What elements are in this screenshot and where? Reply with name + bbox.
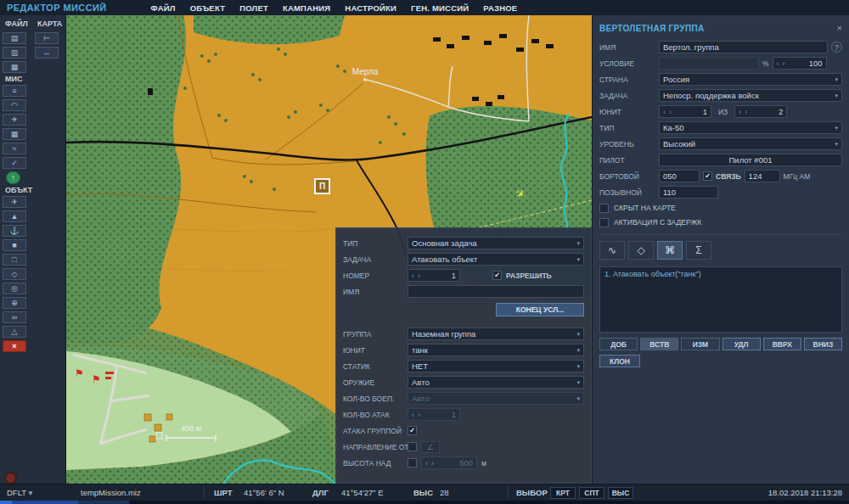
late-activation-checkbox[interactable] bbox=[599, 218, 609, 227]
spin-up-icon[interactable]: › bbox=[669, 108, 672, 116]
helicopter-icon: ▲ bbox=[11, 213, 19, 221]
comms-label: СВЯЗЬ bbox=[716, 172, 741, 181]
distance-tool-button[interactable]: ↔ bbox=[35, 47, 59, 59]
add-task-button[interactable]: ДОБ bbox=[599, 338, 638, 350]
unit-count-value: 2 bbox=[779, 107, 783, 116]
target-group-dropdown[interactable]: Наземная группа▾ bbox=[408, 328, 584, 340]
task-type-dropdown[interactable]: Основная задача▾ bbox=[408, 237, 584, 249]
task-dropdown[interactable]: Атаковать объект▾ bbox=[408, 253, 584, 266]
group-task-dropdown[interactable]: Непоср. поддержка войск▾ bbox=[659, 89, 842, 102]
menu-settings[interactable]: НАСТРОЙКИ bbox=[345, 3, 396, 13]
menu-campaign[interactable]: КАМПАНИЯ bbox=[283, 3, 330, 13]
summary-tab[interactable]: Σ bbox=[686, 241, 711, 260]
weather-button[interactable]: ◠ bbox=[3, 99, 26, 111]
menu-misc[interactable]: РАЗНОЕ bbox=[483, 3, 517, 13]
route-icon: ∿ bbox=[608, 244, 616, 256]
altitude-label: ВЫС bbox=[413, 488, 433, 497]
altitude-layer-button[interactable]: ВЫС bbox=[608, 487, 633, 499]
scale-label: 400 м bbox=[181, 424, 201, 433]
flight-options-button[interactable]: ✈ bbox=[3, 114, 26, 126]
ground-unit-marker[interactable]: П bbox=[315, 179, 329, 193]
unit-count-spinner[interactable]: ‹ › 2 bbox=[734, 105, 787, 118]
tail-number-input[interactable]: 050 bbox=[659, 170, 700, 182]
menu-file[interactable]: ФАЙЛ bbox=[151, 3, 176, 13]
target-unit-dropdown[interactable]: танк▾ bbox=[408, 344, 584, 356]
observe-button[interactable]: ∞ bbox=[3, 311, 26, 323]
place-helicopter-button[interactable]: ▲ bbox=[3, 210, 26, 222]
comms-checkbox[interactable]: ✔ bbox=[703, 171, 712, 181]
mission-check-button[interactable]: ✓ bbox=[3, 157, 26, 169]
task-name-input[interactable] bbox=[408, 285, 584, 298]
task-label: ЗАДАЧА bbox=[343, 255, 408, 264]
unit-type-dropdown[interactable]: Ка-50▾ bbox=[659, 121, 842, 134]
menu-object[interactable]: ОБЪЕКТ bbox=[190, 3, 226, 13]
stop-condition-button[interactable]: КОНЕЦ УСЛ... bbox=[496, 303, 584, 316]
place-vehicle-button[interactable]: ■ bbox=[3, 239, 26, 251]
task-enabled-checkbox[interactable]: ✔ bbox=[492, 271, 502, 280]
place-ship-button[interactable]: ⚓ bbox=[3, 225, 26, 237]
spin-up-icon[interactable]: › bbox=[418, 272, 420, 280]
hidden-on-map-checkbox[interactable] bbox=[599, 204, 609, 213]
map-mode-round-button[interactable] bbox=[4, 472, 17, 484]
place-static-button[interactable]: □ bbox=[3, 254, 26, 266]
briefing-button[interactable]: ≡ bbox=[3, 85, 26, 97]
edit-task-button[interactable]: ИЗМ bbox=[681, 338, 719, 350]
pilot-input[interactable]: Пилот #001 bbox=[659, 154, 842, 166]
advanced-actions-icon: ⌘ bbox=[665, 244, 675, 256]
satellite-layer-button[interactable]: СПТ bbox=[579, 487, 604, 499]
help-button[interactable]: ? bbox=[831, 42, 842, 53]
unit-index-spinner[interactable]: ‹ › 1 bbox=[659, 105, 711, 118]
lines-options-button[interactable]: ≈ bbox=[3, 143, 26, 154]
static-dropdown[interactable]: НЕТ▾ bbox=[408, 360, 584, 372]
ruler-tool-button[interactable]: ⊢ bbox=[35, 32, 59, 44]
menu-flight[interactable]: ПОЛЕТ bbox=[239, 3, 268, 13]
country-dropdown[interactable]: Россия▾ bbox=[659, 73, 842, 86]
spin-up-icon[interactable]: › bbox=[745, 108, 747, 116]
task-number-value: 1 bbox=[452, 271, 456, 280]
group-name-input[interactable]: Вертол. группа bbox=[659, 41, 828, 53]
move-task-up-button[interactable]: ВВРХ bbox=[763, 338, 801, 350]
move-task-down-button[interactable]: ВНИЗ bbox=[804, 338, 842, 350]
zone-tab[interactable]: ◇ bbox=[628, 241, 654, 260]
delete-object-button[interactable]: × bbox=[3, 340, 26, 352]
save-mission-button[interactable]: ▦ bbox=[3, 61, 26, 73]
menu-mission-generator[interactable]: ГЕН. МИССИЙ bbox=[411, 3, 469, 13]
spin-down-icon[interactable]: ‹ bbox=[663, 108, 666, 116]
attack-count-spinner: ‹ › 1 bbox=[408, 408, 460, 421]
place-zone-button[interactable]: ◎ bbox=[3, 283, 26, 294]
advanced-actions-tab[interactable]: ⌘ bbox=[657, 241, 683, 260]
callsign-input[interactable]: 110 bbox=[659, 186, 718, 199]
place-bullseye-button[interactable]: ⊕ bbox=[3, 297, 26, 309]
weapon-dropdown[interactable]: Авто▾ bbox=[408, 376, 584, 389]
altitude-above-checkbox[interactable] bbox=[408, 458, 417, 468]
open-mission-button[interactable]: ▥ bbox=[3, 47, 26, 59]
spin-down-icon[interactable]: ‹ bbox=[739, 108, 741, 116]
center-view-button[interactable]: ↑ bbox=[6, 171, 20, 184]
direction-from-checkbox[interactable] bbox=[408, 442, 417, 451]
mission-datetime: 18.02.2018 21:13:28 bbox=[768, 488, 842, 497]
spin-down-icon[interactable]: ‹ bbox=[412, 272, 414, 280]
place-farp-button[interactable]: △ bbox=[3, 326, 26, 338]
place-template-button[interactable]: ◇ bbox=[3, 268, 26, 280]
clone-button[interactable]: КЛОН bbox=[599, 355, 640, 367]
map-layer-button[interactable]: КРТ bbox=[550, 487, 576, 499]
place-airplane-button[interactable]: ✈ bbox=[3, 196, 26, 208]
group-attack-checkbox[interactable]: ✔ bbox=[408, 426, 417, 435]
route-tab[interactable]: ∿ bbox=[599, 241, 625, 260]
task-list-item[interactable]: 1. Атаковать объект("танк") bbox=[604, 270, 837, 278]
grid-options-button[interactable]: ▦ bbox=[3, 128, 26, 140]
spin-down-icon[interactable]: ‹ bbox=[777, 59, 779, 68]
new-mission-button[interactable]: ▤ bbox=[3, 32, 26, 44]
task-number-spinner[interactable]: ‹ › 1 bbox=[408, 269, 460, 282]
main-menu: ФАЙЛ ОБЪЕКТ ПОЛЕТ КАМПАНИЯ НАСТРОЙКИ ГЕН… bbox=[151, 3, 518, 13]
frequency-input[interactable]: 124 bbox=[745, 170, 780, 182]
task-list[interactable]: 1. Атаковать объект("танк") bbox=[599, 266, 842, 333]
insert-task-button[interactable]: ВСТВ bbox=[640, 338, 678, 350]
probability-spinner[interactable]: ‹ › 100 bbox=[773, 57, 827, 70]
coord-preset-dropdown[interactable]: DFLT ▾ bbox=[7, 488, 32, 497]
delete-task-button[interactable]: УДЛ bbox=[722, 338, 761, 350]
close-icon[interactable]: × bbox=[837, 23, 842, 33]
altitude-spinner: ‹ › 500 bbox=[421, 456, 477, 469]
spin-up-icon[interactable]: › bbox=[783, 59, 785, 68]
skill-dropdown[interactable]: Высокий▾ bbox=[659, 137, 842, 150]
